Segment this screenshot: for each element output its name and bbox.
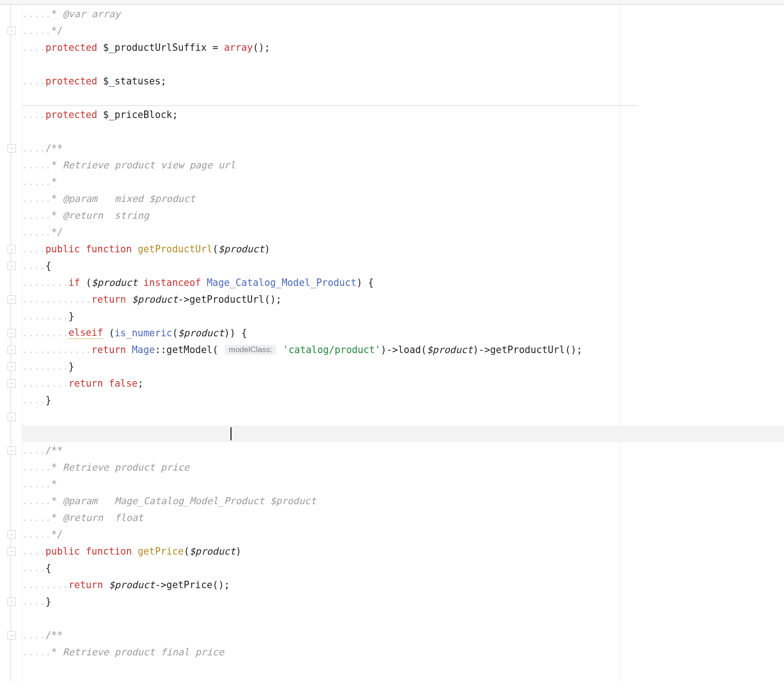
code-line[interactable]: ....protected $_priceBlock; [22, 106, 178, 123]
token: * [51, 8, 63, 20]
fold-toggle-icon[interactable]: − [7, 631, 16, 639]
code-line[interactable]: ........return $product->getPrice(); [22, 577, 230, 593]
token [22, 613, 28, 624]
token: @var [63, 8, 91, 20]
token: * [51, 495, 63, 507]
token: .... [22, 260, 45, 271]
fold-toggle-icon[interactable]: − [7, 446, 16, 455]
code-line[interactable]: ............return Mage::getModel( model… [22, 341, 582, 358]
token: ::getModel( [155, 344, 224, 355]
token: ........ [22, 579, 69, 591]
token: ........ [22, 327, 69, 339]
token [22, 428, 28, 439]
code-line[interactable] [22, 90, 28, 106]
fold-toggle-icon[interactable]: − [7, 413, 16, 421]
code-line[interactable]: .....* @return float [22, 509, 143, 526]
token: .... [22, 42, 45, 53]
fold-toggle-icon[interactable]: − [7, 27, 16, 35]
fold-toggle-icon[interactable]: − [7, 245, 16, 253]
token: ..... [22, 646, 51, 658]
token: /** [45, 143, 63, 154]
code-line[interactable] [22, 425, 28, 442]
token [22, 92, 28, 104]
token: ............ [22, 344, 91, 355]
code-line[interactable]: ....{ [22, 257, 51, 274]
fold-toggle-icon[interactable]: − [7, 362, 16, 371]
code-line[interactable] [22, 123, 28, 140]
token: .... [22, 445, 45, 456]
token: } [69, 361, 74, 372]
fold-toggle-icon[interactable]: − [7, 346, 16, 354]
token: protected [45, 76, 103, 87]
token: ( [212, 243, 218, 255]
fold-toggle-icon[interactable]: − [7, 530, 16, 539]
code-line[interactable]: ....public function getPrice($product) [22, 543, 241, 560]
token: )->load( [381, 344, 427, 355]
code-line[interactable]: ..../** [22, 442, 63, 459]
token: float [115, 512, 144, 523]
code-line[interactable] [22, 56, 28, 73]
code-line[interactable]: .....*/ [22, 526, 63, 543]
code-line[interactable] [22, 610, 28, 627]
token: .... [22, 596, 45, 607]
token: */ [51, 529, 63, 540]
code-line[interactable]: ....public function getProductUrl($produ… [22, 241, 270, 257]
token [277, 344, 283, 355]
fold-toggle-icon[interactable]: − [7, 329, 16, 337]
code-line[interactable]: .....*/ [22, 22, 63, 39]
code-line[interactable]: ....} [22, 593, 51, 610]
token [22, 126, 28, 137]
token: Retrieve product price [63, 462, 189, 473]
code-line[interactable]: ........} [22, 358, 74, 375]
code-line[interactable]: ........elseif (is_numeric($product)) { [22, 325, 247, 341]
token: } [45, 395, 51, 406]
token: $product [178, 327, 224, 339]
code-line[interactable]: .....* @param Mage_Catalog_Model_Product… [22, 493, 316, 509]
code-line[interactable]: ....} [22, 392, 51, 409]
code-line[interactable]: .....* Retrieve product view page url [22, 157, 236, 174]
code-line[interactable]: ..../** [22, 140, 63, 157]
token: = [212, 42, 224, 53]
token: ..... [22, 8, 51, 20]
code-line[interactable]: .....* Retrieve product final price [22, 644, 224, 660]
code-line[interactable]: ....protected $_productUrlSuffix = array… [22, 39, 270, 56]
code-line[interactable]: .....* @var array [22, 6, 120, 22]
code-area[interactable]: .....* @var array.....*/....protected $_… [22, 5, 784, 681]
token: ..... [22, 479, 51, 490]
fold-toggle-icon[interactable]: − [7, 262, 16, 270]
fold-toggle-icon[interactable]: − [7, 598, 16, 606]
fold-toggle-icon[interactable]: − [7, 144, 16, 153]
code-line[interactable]: ....{ [22, 560, 51, 577]
code-line[interactable]: ........} [22, 308, 74, 325]
gutter[interactable]: −−−−−−−−−−−−−−− [0, 5, 22, 681]
token: ( [86, 277, 91, 288]
token: false [109, 378, 138, 389]
token: .... [22, 109, 45, 120]
token: .... [22, 563, 45, 574]
fold-toggle-icon[interactable]: − [7, 379, 16, 388]
token: ..... [22, 495, 51, 507]
code-line[interactable]: ..../** [22, 627, 63, 644]
token: @param [63, 193, 114, 204]
code-line[interactable]: .....* @param mixed $product [22, 190, 195, 207]
code-line[interactable]: ........if ($product instanceof Mage_Cat… [22, 274, 374, 291]
fold-toggle-icon[interactable]: − [7, 547, 16, 556]
tab-bar[interactable] [0, 0, 784, 5]
code-line[interactable]: .....* @return string [22, 207, 149, 224]
code-line[interactable]: .....* [22, 476, 57, 493]
code-line[interactable]: .....* Retrieve product price [22, 459, 189, 476]
token: $_priceBlock; [103, 109, 178, 120]
code-line[interactable]: .....*/ [22, 224, 63, 241]
token: $_productUrlSuffix [103, 42, 213, 53]
code-line[interactable]: ............return $product->getProductU… [22, 291, 281, 308]
code-line[interactable] [22, 409, 28, 425]
token: function [86, 243, 138, 255]
token: $product [132, 294, 178, 305]
code-line[interactable]: .....* [22, 174, 57, 190]
code-line[interactable]: ........return false; [22, 375, 143, 392]
token: function [86, 546, 138, 557]
fold-toggle-icon[interactable]: − [7, 295, 16, 304]
token: * [51, 479, 57, 490]
code-line[interactable]: ....protected $_statuses; [22, 73, 167, 90]
token: } [69, 311, 74, 322]
